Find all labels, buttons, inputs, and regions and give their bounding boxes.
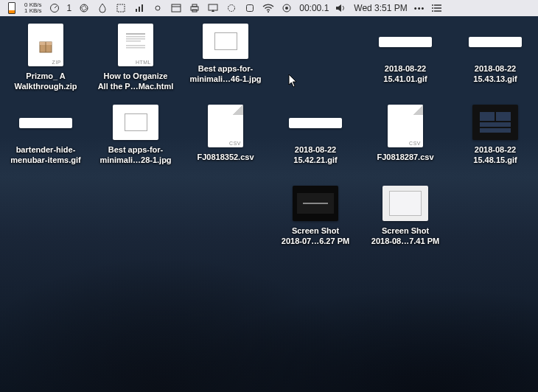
svg-point-21: [432, 4, 433, 6]
svg-point-22: [432, 7, 433, 9]
gauge-icon[interactable]: [49, 2, 60, 14]
screenshot-thumb: [293, 186, 338, 221]
file-csv[interactable]: CSV FJ0818352.csv: [181, 103, 270, 184]
svg-rect-2: [117, 4, 125, 12]
circle-dash-icon[interactable]: [226, 2, 237, 14]
svg-point-6: [156, 6, 160, 10]
svg-rect-30: [126, 45, 145, 46]
file-label: Prizmo_ A Walkthrough.zip: [14, 71, 77, 91]
file-gif[interactable]: bartender-hide- menubar-items.gif: [1, 103, 90, 184]
svg-rect-14: [247, 5, 254, 12]
svg-rect-27: [126, 36, 145, 38]
file-label: Screen Shot 2018-07…6.27 PM: [282, 225, 349, 246]
file-label: 2018-08-22 15.41.01.gif: [383, 63, 427, 84]
selection-icon[interactable]: [115, 2, 127, 14]
desktop[interactable]: ZIP Prizmo_ A Walkthrough.zip HTML How t…: [0, 22, 538, 392]
svg-rect-31: [126, 47, 145, 49]
file-label: bartender-hide- menubar-items.gif: [10, 144, 80, 165]
menubar: 0 KB/s 1 KB/s 1 00:00.1 Wed 3:51: [0, 0, 538, 16]
volume-icon[interactable]: [335, 2, 347, 14]
file-label: 2018-08-22 15.42.21.gif: [293, 144, 337, 165]
svg-point-23: [432, 10, 433, 12]
file-html[interactable]: HTML How to Organize All the P…Mac.html: [91, 22, 180, 103]
gif-thumb: [469, 37, 522, 47]
screenshot-thumb: [382, 186, 428, 221]
badge-zip: ZIP: [52, 60, 61, 65]
file-label: Best apps-for- minimali…28-1.jpg: [99, 144, 171, 165]
zip-icon: ZIP: [28, 24, 63, 66]
timer-label[interactable]: 00:00.1: [299, 3, 329, 13]
dot-icon[interactable]: [152, 2, 164, 14]
svg-rect-10: [192, 4, 197, 7]
droplet-icon[interactable]: [97, 2, 108, 14]
svg-point-1: [80, 4, 88, 12]
svg-rect-7: [172, 4, 181, 12]
svg-rect-4: [139, 7, 140, 12]
svg-rect-12: [209, 4, 217, 10]
svg-point-15: [268, 11, 269, 13]
network-stats[interactable]: 0 KB/s 1 KB/s: [24, 2, 42, 14]
badge-csv: CSV: [409, 141, 421, 146]
gif-thumb: [19, 118, 72, 128]
svg-rect-34: [480, 122, 511, 127]
file-label: 2018-08-22 15.48.15.gif: [473, 144, 517, 165]
svg-rect-5: [142, 4, 143, 12]
svg-rect-29: [126, 41, 141, 42]
file-jpg[interactable]: Best apps-for- minimali…46-1.jpg: [181, 22, 270, 103]
file-gif[interactable]: 2018-08-22 15.41.01.gif: [361, 22, 450, 103]
gif-thumb: [289, 118, 342, 128]
wifi-icon[interactable]: [262, 2, 274, 14]
svg-rect-35: [480, 128, 511, 133]
file-label: FJ0818287.csv: [377, 152, 433, 162]
printer-icon[interactable]: [189, 2, 200, 14]
file-gif[interactable]: 2018-08-22 15.48.15.gif: [451, 103, 538, 184]
file-csv[interactable]: CSV FJ0818287.csv: [361, 103, 450, 184]
overflow-icon[interactable]: •••: [414, 4, 425, 13]
file-label: FJ0818352.csv: [197, 152, 254, 162]
clock[interactable]: Wed 3:51 PM: [354, 3, 407, 13]
svg-point-17: [285, 7, 288, 10]
badge-csv: CSV: [229, 141, 241, 146]
svg-rect-32: [480, 112, 495, 121]
svg-rect-28: [126, 38, 145, 40]
gif-thumb-dark: [472, 105, 518, 140]
file-jpg[interactable]: Best apps-for- minimali…28-1.jpg: [91, 103, 180, 184]
record-icon[interactable]: [281, 2, 293, 14]
badge-html: HTML: [136, 60, 151, 65]
gif-thumb: [379, 37, 432, 47]
svg-rect-3: [136, 9, 137, 12]
svg-rect-26: [126, 33, 145, 35]
counter-label[interactable]: 1: [67, 3, 72, 13]
file-screenshot[interactable]: Screen Shot 2018-08…7.41 PM: [361, 184, 450, 265]
svg-rect-33: [496, 112, 511, 121]
file-screenshot[interactable]: Screen Shot 2018-07…6.27 PM: [271, 184, 360, 265]
airplay-icon[interactable]: [207, 2, 219, 14]
battery-icon[interactable]: [6, 2, 18, 14]
file-label: Screen Shot 2018-08…7.41 PM: [371, 225, 439, 246]
file-label: How to Organize All the P…Mac.html: [98, 71, 174, 91]
window-icon[interactable]: [170, 2, 182, 14]
bars-icon[interactable]: [133, 2, 145, 14]
csv-icon: CSV: [208, 105, 243, 147]
image-thumb: [203, 24, 248, 59]
file-gif[interactable]: 2018-08-22 15.43.13.gif: [451, 22, 538, 103]
list-icon[interactable]: [431, 2, 443, 14]
file-zip[interactable]: ZIP Prizmo_ A Walkthrough.zip: [1, 22, 90, 103]
rounded-square-icon[interactable]: [244, 2, 256, 14]
aperture-icon[interactable]: [78, 2, 90, 14]
file-label: 2018-08-22 15.43.13.gif: [473, 63, 517, 84]
html-icon: HTML: [118, 24, 153, 66]
svg-point-13: [228, 5, 235, 12]
file-label: Best apps-for- minimali…46-1.jpg: [189, 63, 261, 84]
image-thumb: [113, 105, 158, 140]
csv-icon: CSV: [388, 105, 423, 147]
file-gif[interactable]: 2018-08-22 15.42.21.gif: [271, 103, 360, 184]
